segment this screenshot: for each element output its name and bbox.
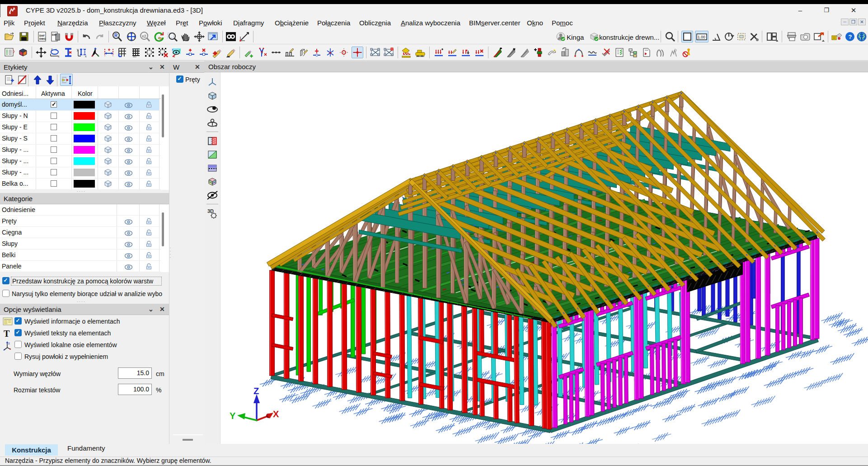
svg-text:y: y — [51, 47, 53, 51]
svg-text:x: x — [85, 55, 87, 58]
svg-text:abc: abc — [133, 55, 137, 58]
svg-text:3D: 3D — [207, 208, 214, 214]
svg-text:DWG: DWG — [39, 38, 46, 40]
svg-text:X: X — [273, 409, 279, 419]
svg-text:1.00: 1.00 — [698, 35, 705, 39]
svg-text:x: x — [58, 55, 60, 58]
svg-text:DXF: DXF — [39, 34, 45, 37]
svg-text:y: y — [179, 48, 181, 52]
svg-text:x: x — [172, 48, 174, 51]
svg-text:?: ? — [848, 33, 852, 40]
svg-text:y: y — [77, 48, 79, 52]
svg-text:Y: Y — [230, 411, 236, 421]
svg-text:DXF: DXF — [52, 33, 57, 36]
svg-text:R: R — [114, 33, 118, 38]
svg-text:x2: x2 — [142, 34, 146, 38]
svg-text:Z: Z — [253, 386, 259, 396]
svg-text:z: z — [8, 341, 10, 345]
